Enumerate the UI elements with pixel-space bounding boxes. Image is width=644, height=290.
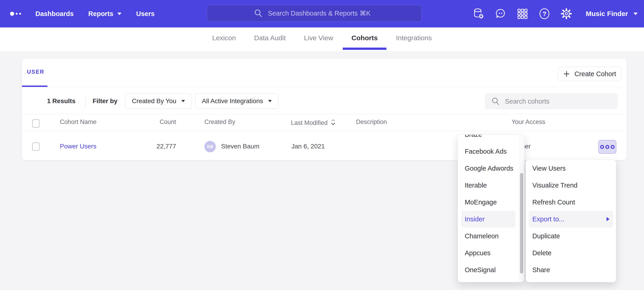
created-by-filter[interactable]: Created By You: [125, 93, 192, 109]
integrations-filter[interactable]: All Active Integrations: [195, 93, 278, 109]
sort-icon[interactable]: [330, 118, 336, 127]
help-icon: ?: [538, 8, 550, 20]
feedback-button[interactable]: [494, 8, 507, 20]
tab-data-audit[interactable]: Data Audit: [254, 26, 286, 50]
nav-reports[interactable]: Reports: [88, 10, 122, 18]
column-header-created-by: Created By: [204, 118, 235, 125]
logo-dot-icon: [10, 12, 14, 16]
last-modified-date: Jan 6, 2021: [292, 143, 325, 150]
filter-bar: 1 Results Filter by Created By You All A…: [47, 93, 282, 109]
cohort-search[interactable]: [485, 93, 618, 109]
logo-dot-icon: [19, 13, 21, 15]
results-count: 1 Results: [47, 97, 76, 105]
menu-item-export-to[interactable]: Export to...: [529, 211, 613, 228]
integrations-filter-label: All Active Integrations: [202, 97, 263, 105]
scrollbar-thumb[interactable]: [520, 173, 523, 273]
divider: [22, 87, 627, 87]
last-modified-label: Last Modified: [291, 119, 328, 126]
chevron-down-icon: [118, 13, 122, 15]
chat-bubble-icon: [495, 8, 506, 20]
data-management-button[interactable]: [472, 8, 485, 20]
divider: [22, 130, 627, 131]
project-name: Music Finder: [586, 10, 628, 18]
tab-integrations[interactable]: Integrations: [396, 26, 432, 50]
menu-item-facebook-ads[interactable]: Facebook Ads: [461, 143, 516, 160]
tab-live-view[interactable]: Live View: [304, 26, 333, 50]
menu-item-duplicate[interactable]: Duplicate: [529, 228, 613, 244]
menu-item-iterable[interactable]: Iterable: [461, 177, 516, 194]
column-header-count: Count: [130, 118, 176, 125]
mixpanel-logo[interactable]: [10, 0, 21, 28]
export-to-label: Export to...: [532, 215, 564, 223]
app-root: Dashboards Reports Users: [0, 0, 644, 290]
row-checkbox[interactable]: [32, 142, 40, 151]
menu-item-appcues[interactable]: Appcues: [461, 244, 516, 261]
menu-item-onesignal[interactable]: OneSignal: [461, 261, 516, 278]
menu-item-view-users[interactable]: View Users: [529, 160, 613, 177]
global-search[interactable]: [207, 5, 422, 22]
column-header-cohort-name: Cohort Name: [60, 118, 96, 125]
apps-grid-icon: [516, 8, 528, 20]
tab-cohorts[interactable]: Cohorts: [352, 26, 378, 50]
cohort-name-link[interactable]: Power Users: [60, 143, 96, 150]
plus-icon: [563, 70, 570, 78]
divider: [22, 114, 627, 114]
create-cohort-button[interactable]: Create Cohort: [558, 67, 621, 81]
nav-users[interactable]: Users: [136, 10, 154, 18]
chevron-down-icon: [268, 100, 272, 102]
nav-dashboards[interactable]: Dashboards: [36, 10, 74, 18]
nav-dashboards-label: Dashboards: [36, 10, 74, 18]
database-gear-icon: [472, 8, 485, 20]
search-icon: [491, 96, 500, 106]
cohorts-card: USER Create Cohort 1 Results Filter by C…: [22, 58, 627, 160]
top-nav: Dashboards Reports Users: [0, 0, 644, 28]
chevron-down-icon: [634, 13, 638, 15]
top-nav-right: ? Music Finder: [472, 0, 638, 28]
menu-item-google-adwords[interactable]: Google Adwords: [461, 160, 516, 177]
svg-text:?: ?: [542, 10, 546, 17]
menu-item-delete[interactable]: Delete: [529, 244, 613, 261]
tab-user-cohorts[interactable]: USER: [27, 69, 44, 75]
column-header-description: Description: [356, 118, 387, 125]
nav-reports-label: Reports: [88, 10, 114, 18]
menu-item-braze[interactable]: Braze: [461, 134, 516, 143]
menu-item-insider[interactable]: Insider: [461, 211, 516, 228]
menu-item-share[interactable]: Share: [529, 261, 613, 278]
row-context-menu: View Users Visualize Trend Refresh Count…: [526, 160, 616, 282]
project-switcher[interactable]: Music Finder: [586, 10, 638, 18]
primary-nav-links: Dashboards Reports Users: [36, 0, 154, 28]
export-submenu: Braze Facebook Ads Google Adwords Iterab…: [458, 134, 524, 282]
gear-icon: [560, 8, 572, 20]
export-submenu-list: Braze Facebook Ads Google Adwords Iterab…: [458, 134, 519, 278]
menu-item-chameleon[interactable]: Chameleon: [461, 228, 516, 244]
nav-users-label: Users: [136, 10, 154, 18]
select-all-checkbox[interactable]: [32, 119, 40, 128]
secondary-nav: Lexicon Data Audit Live View Cohorts Int…: [0, 28, 644, 51]
menu-item-visualize-trend[interactable]: Visualize Trend: [529, 177, 613, 194]
global-search-input[interactable]: [268, 10, 375, 17]
column-header-last-modified[interactable]: Last Modified: [291, 118, 336, 127]
row-more-options-button[interactable]: [598, 140, 616, 154]
menu-item-refresh-count[interactable]: Refresh Count: [529, 194, 613, 211]
tab-lexicon[interactable]: Lexicon: [212, 26, 236, 50]
settings-button[interactable]: [560, 8, 572, 20]
ellipsis-dot-icon: [611, 145, 614, 149]
logo-dot-icon: [16, 13, 18, 15]
help-button[interactable]: ?: [538, 8, 550, 20]
search-icon: [253, 8, 263, 18]
column-header-your-access: Your Access: [512, 118, 545, 125]
ellipsis-dot-icon: [606, 145, 609, 149]
filter-by-label: Filter by: [93, 97, 118, 105]
apps-button[interactable]: [516, 8, 529, 20]
avatar: SB: [204, 141, 216, 152]
chevron-down-icon: [181, 100, 185, 102]
menu-item-moengage[interactable]: MoEngage: [461, 194, 516, 211]
create-cohort-label: Create Cohort: [574, 70, 616, 78]
chevron-right-icon: [606, 217, 610, 221]
cohort-search-input[interactable]: [505, 98, 612, 105]
context-menu-list: View Users Visualize Trend Refresh Count…: [526, 160, 616, 278]
created-by-name: Steven Baum: [221, 143, 260, 150]
secondary-nav-tabs: Lexicon Data Audit Live View Cohorts Int…: [0, 28, 644, 51]
cohort-count: 22,777: [130, 143, 176, 150]
divider: [85, 95, 86, 107]
